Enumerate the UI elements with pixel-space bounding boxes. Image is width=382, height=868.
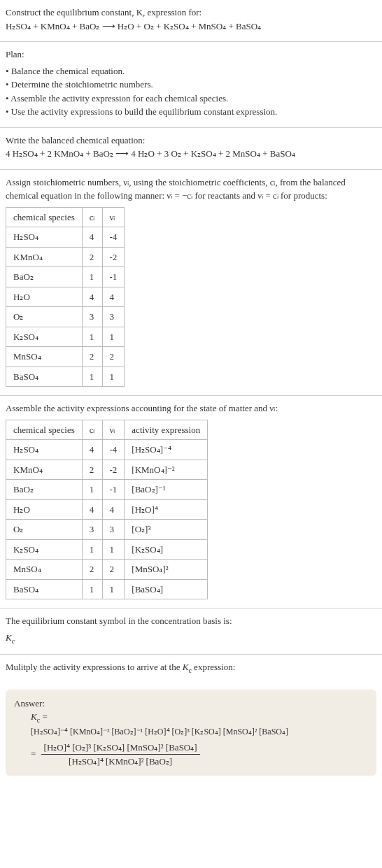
assign-table: chemical species cᵢ νᵢ H₂SO₄4-4 KMnO₄2-2… <box>6 207 125 387</box>
cell-species: O₂ <box>6 307 83 327</box>
plan-section: Plan: Balance the chemical equation. Det… <box>0 42 382 128</box>
col-header: chemical species <box>6 420 83 440</box>
table-row: KMnO₄2-2 <box>6 247 125 267</box>
cell-c: 1 <box>82 367 102 387</box>
cell-activity: [K₂SO₄] <box>125 539 208 560</box>
eqconst-line: The equilibrium constant symbol in the c… <box>6 614 376 628</box>
cell-c: 2 <box>82 460 102 480</box>
table-row: O₂33[O₂]³ <box>6 520 208 540</box>
cell-species: BaO₂ <box>6 267 83 287</box>
multiply-text: Mulitply the activity expressions to arr… <box>6 662 235 672</box>
multiply-section: Mulitply the activity expressions to arr… <box>0 655 382 684</box>
activity-section: Assemble the activity expressions accoun… <box>0 396 382 609</box>
table-row: H₂SO₄4-4 <box>6 227 125 248</box>
cell-c: 3 <box>82 307 102 327</box>
cell-species: H₂SO₄ <box>6 440 83 460</box>
cell-c: 1 <box>82 327 102 347</box>
fraction-numerator: [H₂O]⁴ [O₂]³ [K₂SO₄] [MnSO₄]² [BaSO₄] <box>41 741 200 755</box>
kc-fraction-line: = [H₂O]⁴ [O₂]³ [K₂SO₄] [MnSO₄]² [BaSO₄] … <box>31 741 368 769</box>
cell-c: 2 <box>82 560 102 580</box>
col-header: chemical species <box>6 207 83 227</box>
cell-species: MnSO₄ <box>6 347 83 367</box>
cell-species: H₂SO₄ <box>6 227 83 248</box>
kc-product-line: [H₂SO₄]⁻⁴ [KMnO₄]⁻² [BaO₂]⁻¹ [H₂O]⁴ [O₂]… <box>31 725 368 738</box>
eqconst-section: The equilibrium constant symbol in the c… <box>0 609 382 655</box>
table-row: KMnO₄2-2[KMnO₄]⁻² <box>6 460 208 480</box>
cell-c: 2 <box>82 347 102 367</box>
cell-v: 1 <box>102 327 125 347</box>
cell-v: -2 <box>102 460 125 480</box>
cell-species: O₂ <box>6 520 83 540</box>
col-header: cᵢ <box>82 420 102 440</box>
col-header: νᵢ <box>102 207 125 227</box>
cell-species: KMnO₄ <box>6 460 83 480</box>
answer-content: Kc = [H₂SO₄]⁻⁴ [KMnO₄]⁻² [BaO₂]⁻¹ [H₂O]⁴… <box>31 710 368 769</box>
cell-c: 1 <box>82 480 102 500</box>
table-header-row: chemical species cᵢ νᵢ activity expressi… <box>6 420 208 440</box>
table-row: BaO₂1-1[BaO₂]⁻¹ <box>6 480 208 500</box>
plan-item: Balance the chemical equation. <box>6 64 376 78</box>
cell-v: 4 <box>102 499 125 520</box>
cell-activity: [H₂O]⁴ <box>125 499 208 520</box>
cell-species: H₂O <box>6 499 83 520</box>
cell-v: -1 <box>102 480 125 500</box>
balanced-equation: 4 H₂SO₄ + 2 KMnO₄ + BaO₂ ⟶ 4 H₂O + 3 O₂ … <box>6 147 376 161</box>
cell-activity: [KMnO₄]⁻² <box>125 460 208 480</box>
intro-equation: H₂SO₄ + KMnO₄ + BaO₂ ⟶ H₂O + O₂ + K₂SO₄ … <box>6 20 376 34</box>
balanced-header: Write the balanced chemical equation: <box>6 134 376 148</box>
cell-v: 2 <box>102 560 125 580</box>
table-row: MnSO₄22[MnSO₄]² <box>6 560 208 580</box>
cell-c: 3 <box>82 520 102 540</box>
cell-c: 1 <box>82 267 102 287</box>
cell-v: -2 <box>102 247 125 267</box>
equals-sign: = <box>31 748 36 759</box>
table-row: H₂O44 <box>6 287 125 307</box>
kc-equals: Kc = <box>31 710 368 725</box>
cell-c: 1 <box>82 579 102 599</box>
cell-v: 1 <box>102 579 125 599</box>
kc-fraction: [H₂O]⁴ [O₂]³ [K₂SO₄] [MnSO₄]² [BaSO₄] [H… <box>41 741 200 769</box>
fraction-denominator: [H₂SO₄]⁴ [KMnO₄]² [BaO₂] <box>41 755 200 769</box>
cell-v: 3 <box>102 307 125 327</box>
plan-item: Use the activity expressions to build th… <box>6 105 376 119</box>
cell-species: K₂SO₄ <box>6 327 83 347</box>
table-row: BaO₂1-1 <box>6 267 125 287</box>
cell-species: BaO₂ <box>6 480 83 500</box>
cell-species: BaSO₄ <box>6 579 83 599</box>
cell-activity: [BaO₂]⁻¹ <box>125 480 208 500</box>
activity-text: Assemble the activity expressions accoun… <box>6 401 376 415</box>
col-header: cᵢ <box>82 207 102 227</box>
cell-v: 3 <box>102 520 125 540</box>
table-row: BaSO₄11 <box>6 367 125 387</box>
table-row: H₂SO₄4-4[H₂SO₄]⁻⁴ <box>6 440 208 460</box>
cell-c: 2 <box>82 247 102 267</box>
assign-text: Assign stoichiometric numbers, νᵢ, using… <box>6 176 376 203</box>
plan-item: Assemble the activity expression for eac… <box>6 92 376 106</box>
answer-label: Answer: <box>14 697 368 711</box>
cell-v: 1 <box>102 539 125 560</box>
table-row: K₂SO₄11[K₂SO₄] <box>6 539 208 560</box>
balanced-section: Write the balanced chemical equation: 4 … <box>0 128 382 170</box>
cell-c: 4 <box>82 499 102 520</box>
cell-activity: [MnSO₄]² <box>125 560 208 580</box>
cell-activity: [O₂]³ <box>125 520 208 540</box>
cell-c: 4 <box>82 227 102 248</box>
cell-activity: [BaSO₄] <box>125 579 208 599</box>
table-header-row: chemical species cᵢ νᵢ <box>6 207 125 227</box>
intro-line: Construct the equilibrium constant, K, e… <box>6 6 376 20</box>
col-header: νᵢ <box>102 420 125 440</box>
eqconst-symbol: Kc <box>6 631 376 646</box>
cell-v: -4 <box>102 227 125 248</box>
cell-species: KMnO₄ <box>6 247 83 267</box>
table-row: O₂33 <box>6 307 125 327</box>
cell-v: -1 <box>102 267 125 287</box>
cell-v: 2 <box>102 347 125 367</box>
answer-box: Answer: Kc = [H₂SO₄]⁻⁴ [KMnO₄]⁻² [BaO₂]⁻… <box>6 690 376 776</box>
table-row: MnSO₄22 <box>6 347 125 367</box>
cell-v: 4 <box>102 287 125 307</box>
plan-item: Determine the stoichiometric numbers. <box>6 78 376 92</box>
cell-c: 1 <box>82 539 102 560</box>
plan-list: Balance the chemical equation. Determine… <box>6 64 376 119</box>
activity-table: chemical species cᵢ νᵢ activity expressi… <box>6 420 208 600</box>
cell-v: -4 <box>102 440 125 460</box>
